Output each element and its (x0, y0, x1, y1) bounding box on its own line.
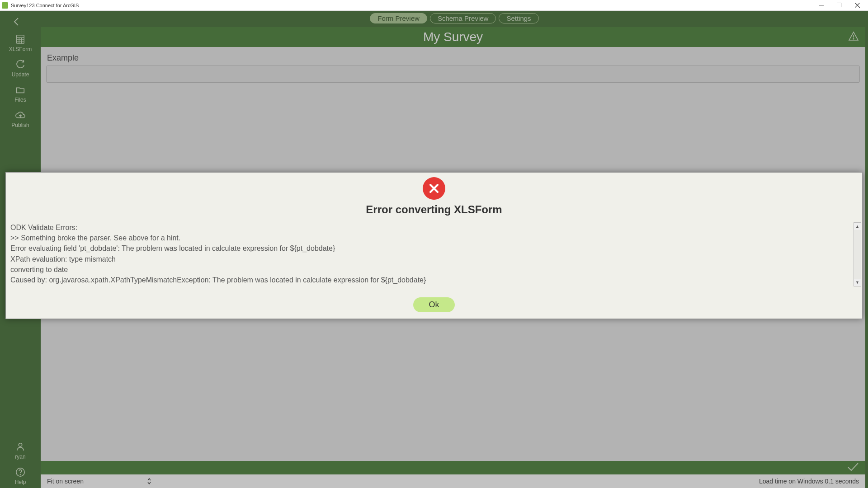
error-icon (423, 177, 445, 200)
svg-point-15 (853, 38, 854, 39)
survey-title-bar: My Survey (41, 27, 865, 47)
tab-settings[interactable]: Settings (499, 13, 538, 23)
warning-icon[interactable] (848, 30, 859, 44)
svg-point-11 (19, 443, 22, 446)
maximize-button[interactable] (830, 0, 848, 10)
cloud-upload-icon (14, 110, 26, 120)
close-button[interactable] (848, 0, 866, 10)
sidebar-item-xlsform[interactable]: XLSForm (0, 30, 41, 55)
sidebar-item-label: Help (15, 479, 26, 485)
load-time-text: Load time on Windows 0.1 seconds (759, 478, 859, 485)
survey-title: My Survey (423, 30, 483, 44)
field-label: Example (46, 53, 860, 63)
tab-bar: Form Preview Schema Preview Settings (41, 11, 868, 24)
refresh-icon (14, 60, 26, 70)
sidebar-item-help[interactable]: Help (0, 463, 41, 488)
sidebar-item-user[interactable]: ryan (0, 437, 41, 463)
zoom-value: Fit on screen (47, 478, 84, 485)
updown-icon (147, 478, 151, 485)
survey-footer (41, 461, 865, 474)
sidebar-item-update[interactable]: Update (0, 55, 41, 80)
ok-button[interactable]: Ok (413, 297, 454, 312)
help-icon (14, 467, 26, 477)
back-button[interactable] (0, 14, 41, 30)
error-modal: Error converting XLSForm ODK Validate Er… (5, 172, 863, 319)
scroll-up-icon[interactable]: ▲ (854, 223, 861, 230)
error-body: ODK Validate Errors: >> Something broke … (10, 222, 853, 286)
status-bar: Fit on screen Load time on Windows 0.1 s… (41, 474, 865, 488)
error-scrollbar[interactable]: ▲ ▼ (854, 222, 861, 286)
sidebar-item-label: XLSForm (9, 46, 32, 52)
spreadsheet-icon (14, 34, 26, 44)
scroll-down-icon[interactable]: ▼ (854, 279, 861, 286)
svg-rect-4 (17, 35, 24, 43)
titlebar: Survey123 Connect for ArcGIS (0, 0, 868, 11)
error-title: Error converting XLSForm (366, 203, 502, 216)
svg-rect-1 (837, 3, 841, 7)
minimize-button[interactable] (812, 0, 830, 10)
sidebar-item-label: Publish (11, 122, 29, 128)
sidebar-item-label: ryan (15, 454, 25, 460)
sidebar-item-label: Update (12, 71, 29, 78)
scroll-track[interactable] (854, 230, 861, 279)
svg-point-13 (20, 474, 20, 475)
window-title: Survey123 Connect for ArcGIS (11, 3, 812, 8)
sidebar-item-publish[interactable]: Publish (0, 106, 41, 131)
app-icon (2, 2, 8, 9)
folder-icon (14, 85, 26, 95)
sidebar-item-files[interactable]: Files (0, 80, 41, 106)
sidebar-item-label: Files (14, 97, 26, 103)
check-icon[interactable] (847, 462, 859, 473)
example-input[interactable] (46, 66, 860, 83)
tab-form-preview[interactable]: Form Preview (370, 13, 427, 23)
tab-schema-preview[interactable]: Schema Preview (430, 13, 496, 23)
user-icon (14, 442, 26, 452)
zoom-select[interactable]: Fit on screen (47, 478, 151, 485)
